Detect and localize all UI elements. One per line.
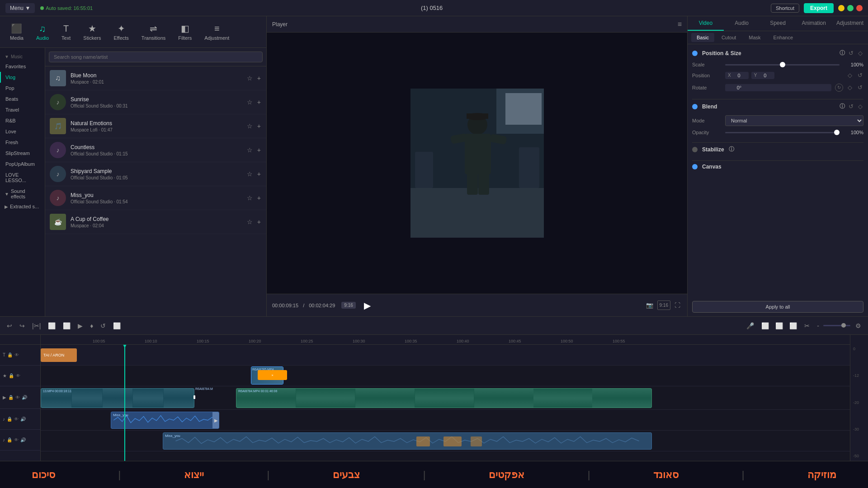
tl-loop-btn[interactable]: ↺ (98, 321, 108, 331)
tl-play-btn[interactable]: ▶ (75, 321, 85, 331)
song-item[interactable]: ♪ Sunrise Official Sound Studio · 00:31 … (45, 90, 266, 114)
track-vol-audio1[interactable]: 🔊 (20, 417, 26, 422)
menu-button[interactable]: Menu ▼ (5, 3, 35, 13)
audio-clip-1[interactable]: Miss_you ▶ (111, 412, 219, 429)
track-lock-text[interactable]: 🔒 (7, 352, 13, 357)
position-reset[interactable]: ↺ (857, 71, 863, 80)
fullscreen-button[interactable]: ⛶ (673, 300, 682, 310)
rotate-reset[interactable]: ↺ (857, 83, 863, 92)
song-favorite-btn[interactable]: ☆ (246, 145, 254, 155)
aspect-ratio-button[interactable]: 9:16 (657, 300, 670, 310)
tl-keyframe-btn[interactable]: ♦ (88, 321, 95, 331)
tab-adjustment[interactable]: Adjustment (832, 16, 868, 31)
song-add-btn[interactable]: + (256, 145, 262, 155)
export-button[interactable]: Export (804, 3, 834, 13)
tl-audio2-btn[interactable]: ⬜ (773, 321, 785, 331)
tool-text[interactable]: T Text (56, 21, 76, 43)
song-favorite-btn[interactable]: ☆ (246, 193, 254, 202)
y-input[interactable]: Y 0 (751, 72, 775, 79)
sidebar-item-travel[interactable]: Travel (0, 104, 45, 115)
song-add-btn[interactable]: + (256, 122, 262, 131)
song-favorite-btn[interactable]: ☆ (246, 169, 254, 178)
tool-audio[interactable]: ♫ Audio (31, 21, 54, 43)
song-item[interactable]: ♫ Blue Moon Muspace · 02:01 ☆ + (45, 66, 266, 90)
track-vol-video[interactable]: 🔊 (22, 395, 27, 400)
song-favorite-btn[interactable]: ☆ (246, 122, 254, 131)
track-eye-audio1[interactable]: 👁 (14, 417, 19, 422)
maximize-button[interactable] (847, 5, 854, 11)
x-input[interactable]: X 0 (725, 72, 749, 79)
prop-tab-basic[interactable]: Basic (691, 33, 714, 42)
apply-all-button[interactable]: Apply to all (692, 301, 863, 313)
track-eye-video[interactable]: 👁 (15, 395, 20, 400)
tl-settings-btn[interactable]: ⚙ (853, 321, 863, 331)
bottom-item-effects[interactable]: אפקטים (489, 469, 524, 481)
prop-tab-cutout[interactable]: Cutout (716, 33, 741, 42)
tool-effects[interactable]: ✦ Effects (108, 20, 134, 43)
video-clip-3[interactable]: R6AI8784.MP4 00:01:46:06 (236, 388, 652, 408)
tl-audio3-btn[interactable]: ⬜ (787, 321, 799, 331)
tl-zoom-track[interactable] (823, 325, 850, 326)
blend-reset[interactable]: ↺ (848, 102, 854, 111)
sidebar-item-popupalbum[interactable]: PopUpAlbum (0, 159, 45, 169)
orange-clip[interactable]: × (258, 370, 287, 380)
bottom-item-music[interactable]: מוזיקה (807, 469, 836, 481)
sidebar-item-slipstream[interactable]: SlipStream (0, 148, 45, 159)
sidebar-item-beats[interactable]: Beats (0, 94, 45, 104)
position-size-keyframe[interactable]: ◇ (857, 49, 863, 57)
song-add-btn[interactable]: + (256, 217, 262, 226)
shortcut-button[interactable]: Shortcut (771, 4, 799, 13)
prop-tab-enhance[interactable]: Enhance (768, 33, 798, 42)
blend-keyframe[interactable]: ◇ (857, 102, 863, 111)
sidebar-item-love[interactable]: Love (0, 126, 45, 137)
tl-copy-btn[interactable]: ⬜ (61, 321, 73, 331)
bottom-item-sound[interactable]: סאונד (653, 469, 679, 481)
track-eye-sticker[interactable]: 👁 (16, 373, 20, 378)
tab-video[interactable]: Video (688, 16, 724, 31)
audio-clip-2[interactable]: Miss_you (163, 432, 652, 450)
tab-speed[interactable]: Speed (760, 16, 796, 31)
close-button[interactable] (856, 5, 863, 11)
song-item[interactable]: ♪ Countless Official Sound Studio · 01:1… (45, 138, 266, 162)
position-size-reset[interactable]: ↺ (848, 49, 854, 57)
tl-scissors-btn[interactable]: ✂ (802, 321, 812, 331)
sidebar-item-pop[interactable]: Pop (0, 83, 45, 94)
scale-slider[interactable] (725, 64, 840, 66)
rotate-keyframe[interactable]: ◇ (847, 83, 853, 92)
song-add-btn[interactable]: + (256, 74, 262, 83)
rotate-spin[interactable]: ↻ (835, 84, 843, 92)
track-lock-video[interactable]: 🔒 (8, 395, 14, 400)
tl-delete-btn[interactable]: ⬜ (46, 321, 58, 331)
tl-zoom-thumb[interactable] (841, 323, 846, 328)
tl-audio1-btn[interactable]: ⬜ (759, 321, 771, 331)
tl-split-btn[interactable]: |✂| (30, 321, 43, 331)
tool-media[interactable]: ⬛ Media (5, 20, 29, 43)
tab-audio[interactable]: Audio (724, 16, 760, 31)
track-eye-text[interactable]: 👁 (14, 352, 19, 357)
screenshot-button[interactable]: 📷 (645, 300, 655, 310)
video-clip-1[interactable]: 13.MP4 00:00:16:11 (41, 388, 194, 408)
player-options-button[interactable]: ≡ (678, 20, 682, 28)
tl-zoom-out-btn[interactable]: - (815, 321, 821, 331)
sidebar-item-favorites[interactable]: Favorites (0, 61, 45, 72)
song-favorite-btn[interactable]: ☆ (246, 74, 254, 83)
tool-stickers[interactable]: ★ Stickers (78, 20, 106, 43)
rotate-input[interactable]: 0° (725, 84, 831, 91)
sidebar-item-rb[interactable]: R&B (0, 115, 45, 126)
search-input[interactable] (49, 52, 263, 62)
bottom-item-colors[interactable]: צבעים (333, 469, 360, 481)
bottom-item-export[interactable]: ייצוא (184, 469, 204, 481)
song-item[interactable]: ♪ Shipyard Sample Official Sound Studio … (45, 162, 266, 186)
song-add-btn[interactable]: + (256, 193, 262, 202)
position-keyframe[interactable]: ◇ (847, 71, 853, 80)
track-lock-audio2[interactable]: 🔒 (7, 437, 12, 442)
minimize-button[interactable] (838, 5, 844, 11)
tool-filters[interactable]: ◧ Filters (173, 20, 197, 43)
text-clip-tai-aron[interactable]: TAI / ARON (41, 348, 77, 362)
track-lock-audio1[interactable]: 🔒 (7, 417, 12, 422)
song-favorite-btn[interactable]: ☆ (246, 217, 254, 226)
tl-redo-btn[interactable]: ↪ (17, 321, 27, 331)
tab-animation[interactable]: Animation (796, 16, 832, 31)
tool-adjustment[interactable]: ≡ Adjustment (199, 21, 235, 43)
song-add-btn[interactable]: + (256, 169, 262, 178)
